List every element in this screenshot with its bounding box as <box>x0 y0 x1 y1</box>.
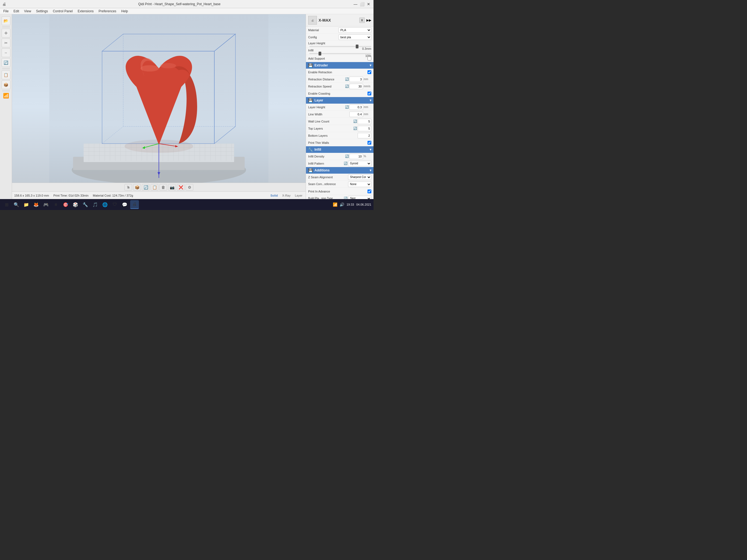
print-in-advance-checkbox[interactable] <box>367 189 371 193</box>
taskbar-right: 📶 🔊 19:33 04.06.2021 <box>333 202 371 207</box>
build-plasion-type-dropdown[interactable]: Skirt Brim Raft <box>348 196 371 199</box>
infill-density-unit: % <box>364 155 371 158</box>
steam-btn[interactable]: 🎮 <box>42 200 50 209</box>
start-button[interactable]: ⊞ <box>2 200 11 209</box>
qidi-active-btn[interactable]: 🖨 <box>130 200 139 209</box>
infill-pattern-row: Infill Pattern 🔄 Gyroid Lines Grid <box>306 160 374 167</box>
file-explorer-btn[interactable]: 📁 <box>22 200 31 209</box>
additions-label: Additions <box>314 169 330 172</box>
extruder-section-header[interactable]: 💾 Extruder ▾ <box>306 62 374 69</box>
rotate-3d-btn[interactable]: 🔄 <box>142 184 150 190</box>
view-solid-btn[interactable]: Solid <box>269 193 279 198</box>
bottom-layers-input[interactable] <box>358 133 371 138</box>
menu-preferences[interactable]: Preferences <box>97 9 119 14</box>
translate-btn[interactable]: 📦 <box>133 184 141 190</box>
seam-corn-reference-label: Seam Corn...reference <box>308 183 348 186</box>
retraction-distance-input[interactable] <box>350 77 363 82</box>
select-tool-btn[interactable]: 🖱 <box>124 184 132 190</box>
menubar: File Edit View Settings Control Panel Ex… <box>0 8 374 14</box>
line-width-input[interactable] <box>350 111 363 117</box>
infill-section-label: Infill <box>314 148 321 152</box>
layer-height-slider-row: Layer Height 0.3mm <box>306 41 374 48</box>
network-icon: 📶 <box>333 202 337 207</box>
print-time-text: Print Time: 01d 02h 33min <box>53 194 88 197</box>
infill-density-reset[interactable]: 🔄 <box>345 154 349 158</box>
app8-btn[interactable]: 🌐 <box>101 200 109 209</box>
infill-pattern-reset[interactable]: 🔄 <box>344 161 347 165</box>
app6-btn[interactable]: 🔧 <box>81 200 90 209</box>
additions-collapse-icon: ▾ <box>370 169 371 172</box>
enable-retraction-checkbox[interactable] <box>367 70 371 74</box>
infill-section-icon: 🔧 <box>308 147 313 152</box>
app9-btn[interactable]: 🛡 <box>110 200 119 209</box>
print-thin-walls-checkbox[interactable] <box>367 141 371 145</box>
retraction-speed-input[interactable] <box>350 84 363 89</box>
minimize-button[interactable]: — <box>353 1 358 7</box>
open-file-button[interactable]: 📂 <box>2 17 10 25</box>
menu-help[interactable]: Help <box>119 9 130 14</box>
settings-btn[interactable]: ⚙ <box>186 184 193 190</box>
retraction-speed-reset[interactable]: 🔄 <box>345 84 349 88</box>
menu-settings[interactable]: Settings <box>34 9 50 14</box>
retraction-speed-label: Retraction Speed <box>308 85 345 88</box>
z-seam-alignment-label: Z Seam Alignment <box>308 176 348 179</box>
infill-slider-row: Infill 10% <box>306 48 374 55</box>
additions-section-header[interactable]: 💾 Additions ▾ <box>306 167 374 174</box>
firefox-btn[interactable]: 🦊 <box>32 200 41 209</box>
infill-pattern-dropdown[interactable]: Gyroid Lines Grid <box>348 161 371 166</box>
top-layers-input[interactable] <box>358 126 371 131</box>
app10-btn[interactable]: 💬 <box>120 200 129 209</box>
delete-btn[interactable]: 🗑 <box>159 184 167 190</box>
wall-line-count-row: Wall Line Count 🔄 <box>306 118 374 125</box>
config-dropdown[interactable]: best pla <box>338 34 371 40</box>
wifi-icon: 📶 <box>3 93 9 99</box>
layer-section-header[interactable]: 💾 Layer ▾ <box>306 97 374 104</box>
view-controls: Solid X-Ray Layer <box>269 193 304 198</box>
copy-btn[interactable]: 📋 <box>151 184 158 190</box>
app7-btn[interactable]: 🎵 <box>91 200 100 209</box>
menu-extensions[interactable]: Extensions <box>75 9 96 14</box>
close-button[interactable]: ✕ <box>366 1 371 7</box>
infill-section-header[interactable]: 🔧 Infill ▾ <box>306 146 374 153</box>
move-tool[interactable]: ✛ <box>2 29 10 37</box>
print-in-advance-row: Print In Advance <box>306 188 374 195</box>
enable-coasting-label: Enable Coasting <box>308 92 367 95</box>
wall-line-count-input[interactable] <box>358 119 371 124</box>
printer-name: X-MAX <box>318 18 358 22</box>
top-layers-reset[interactable]: 🔄 <box>353 127 357 130</box>
app4-btn[interactable]: 🎯 <box>61 200 70 209</box>
viewport[interactable] <box>12 14 306 199</box>
camera-btn[interactable]: 📷 <box>168 184 176 190</box>
menu-file[interactable]: File <box>1 9 11 14</box>
layer-view-tool[interactable]: 📋 <box>2 71 10 79</box>
wall-line-count-reset[interactable]: 🔄 <box>353 120 357 123</box>
add-support-checkbox[interactable] <box>367 57 371 60</box>
printer-x-button[interactable]: X <box>359 18 365 23</box>
enable-coasting-checkbox[interactable] <box>367 92 371 96</box>
view-xray-btn[interactable]: X-Ray <box>281 193 292 198</box>
z-seam-alignment-dropdown[interactable]: Sharpest Cor... Random Back <box>348 175 371 180</box>
build-plasion-type-reset[interactable]: 🔄 <box>344 197 347 199</box>
view-layer-btn[interactable]: Layer <box>294 193 304 198</box>
seam-corn-reference-dropdown[interactable]: None <box>348 182 371 187</box>
maximize-button[interactable]: ⬜ <box>359 1 365 7</box>
statusbar: 158.6 x 165.3 x 119.0 mm Print Time: 01d… <box>12 192 306 199</box>
layer-height-reset[interactable]: 🔄 <box>345 105 349 109</box>
taskbar-date: 04.06.2021 <box>356 203 371 206</box>
material-dropdown[interactable]: PLA ABS PETG <box>338 27 371 33</box>
printer-forward-button[interactable]: ▶▶ <box>366 18 371 22</box>
scale-tool[interactable]: ↔ <box>2 48 10 57</box>
mirror-tool[interactable]: 🔄 <box>2 58 10 67</box>
group-tool[interactable]: 📦 <box>2 80 10 89</box>
infill-density-input[interactable] <box>350 154 363 159</box>
retraction-distance-reset[interactable]: 🔄 <box>345 77 349 81</box>
rotate-tool[interactable]: ✂ <box>2 39 10 47</box>
menu-view[interactable]: View <box>22 9 33 14</box>
search-button[interactable]: 🔍 <box>12 200 21 209</box>
app5-btn[interactable]: 🎲 <box>71 200 80 209</box>
cross-btn[interactable]: ❌ <box>177 184 185 190</box>
menu-control-panel[interactable]: Control Panel <box>51 9 75 14</box>
menu-edit[interactable]: Edit <box>11 9 21 14</box>
app3-btn[interactable]: 🖥 <box>51 200 60 209</box>
layer-height-input[interactable] <box>350 104 363 110</box>
